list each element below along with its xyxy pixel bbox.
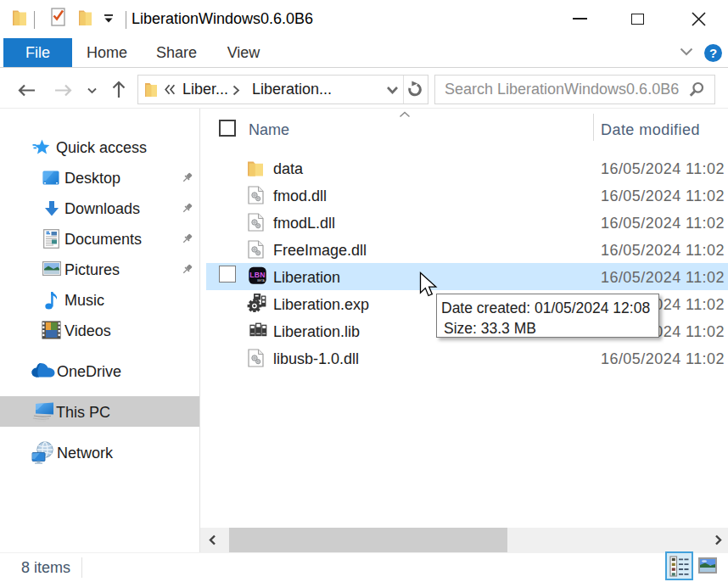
svg-text:LBN: LBN [249,271,265,279]
svg-text:BETA: BETA [257,279,265,283]
